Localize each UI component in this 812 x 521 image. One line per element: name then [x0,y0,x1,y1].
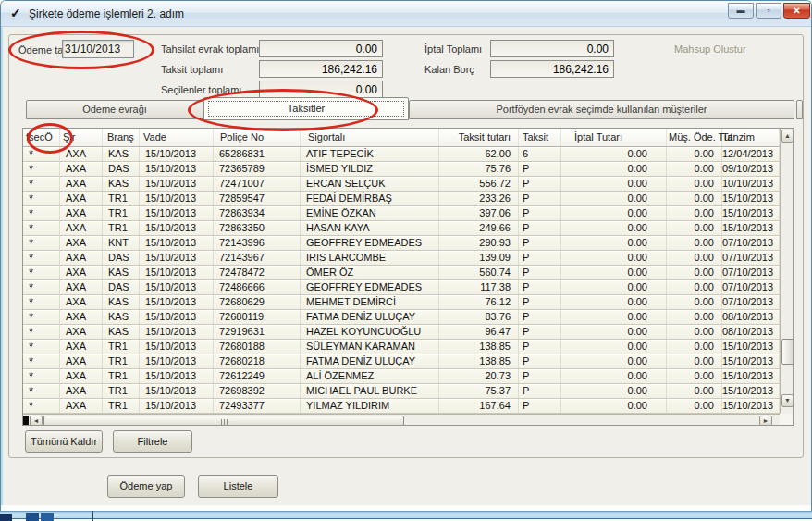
cell-Poliçe No: 72143996 [214,236,301,250]
cell-Vade: 15/10/2013 [140,162,214,176]
table-row[interactable]: *AXAKAS15/10/201372478472ÖMER ÖZ560.74P0… [23,266,780,280]
taksit-toplami-label: Taksit toplamı [161,64,223,75]
cell-Şir: AXA [60,369,103,383]
header-cell-5[interactable]: Sigortalı [301,129,439,146]
cell-İptal Tutarı: 0.00 [561,399,667,413]
header-cell-3[interactable]: Vade [140,129,214,146]
tab-odeme-evragi[interactable]: Ödeme evrağı [26,100,203,119]
cell-Şir: AXA [60,162,103,176]
header-cell-4[interactable]: Poliçe No [214,129,301,146]
horizontal-scrollbar[interactable]: ◄ ► [23,414,780,426]
cell-İptal Tutarı: 0.00 [561,266,667,279]
table-row[interactable]: *AXATR115/10/201372859547FEDAİ DEMİRBAŞ2… [23,192,780,206]
table-row[interactable]: *AXATR115/10/201372680188SÜLEYMAN KARAMA… [23,340,780,354]
cell-Sigortalı: ÖMER ÖZ [301,266,439,279]
cell-Tanzim: 15/10/2013 [722,399,780,413]
cell-Poliçe No: 72919631 [214,325,301,339]
table-row[interactable]: *AXATR115/10/201372863350HASAN KAYA249.6… [23,221,780,236]
header-cell-8[interactable]: İptal Tutarı [561,129,667,146]
cell-İptal Tutarı: 0.00 [561,221,667,235]
cell-Şir: AXA [60,266,103,279]
cell-Vade: 15/10/2013 [140,221,214,235]
horizontal-scroll-thumb[interactable] [43,416,404,426]
scroll-right-icon[interactable]: ► [759,416,772,426]
cell-Taksit tutarı: 139.09 [439,251,519,265]
tab-portfoy-musteriler[interactable]: Portföyden evrak seçimde kullanılan müşt… [409,100,794,119]
header-cell-2[interactable]: Branş [103,129,140,146]
header-cell-6[interactable]: Taksit tutarı [439,129,519,146]
cell-Taksit tutarı: 96.47 [439,325,519,339]
vertical-scrollbar[interactable]: ▲ ▼ [780,129,794,425]
scroll-left-icon[interactable]: ◄ [30,416,43,426]
cell-Şir: AXA [60,221,103,235]
header-cell-0[interactable]: fsecÖ [23,129,60,146]
header-cell-10[interactable]: Tanzim [722,129,780,146]
cell-Şir: AXA [60,177,103,191]
table-row[interactable]: *AXAKNT15/10/201372143996GEOFFREY EDMEAD… [23,236,780,251]
cell-Tanzim: 08/10/2013 [722,325,780,339]
table-body: *AXAKAS15/10/201365286831ATIF TEPECİK62.… [23,147,780,414]
window-bottom-frame [0,511,812,519]
list-button[interactable]: Listele [198,475,278,498]
filter-button[interactable]: Filtrele [113,430,192,453]
table-row[interactable]: *AXATR115/10/201372863934EMİNE ÖZKAN397.… [23,206,780,221]
cell-Branş: TR1 [103,340,140,354]
cell-Tanzim: 15/10/2013 [722,384,780,398]
tab-taksitler[interactable]: Taksitler [203,97,409,120]
cell-Taksit tutarı: 117.38 [439,280,519,294]
scroll-up-icon[interactable]: ▲ [781,130,794,143]
remove-all-button[interactable]: Tümünü Kaldır [25,430,103,453]
cell-Vade: 15/10/2013 [140,251,214,265]
cell-Taksit: P [519,177,561,191]
table-row[interactable]: *AXAKAS15/10/201372471007ERCAN SELÇUK556… [23,177,780,192]
table-row[interactable]: *AXAKAS15/10/201372680629MEHMET DEMİRCİ7… [23,295,780,310]
cell-fsecÖ: * [23,177,60,191]
cell-Tanzim: 15/10/2013 [722,206,780,220]
cell-Şir: AXA [60,384,103,398]
cell-Taksit tutarı: 167.64 [439,399,519,413]
cell-Şir: AXA [60,192,103,205]
close-button[interactable]: ✕ [783,3,810,19]
cell-Branş: KNT [103,236,140,250]
minimize-button[interactable]: ▬ [728,3,754,19]
vertical-scroll-thumb[interactable] [781,339,794,365]
cell-Poliçe No: 72680119 [214,310,301,324]
cell-Sigortalı: FATMA DENİZ ULUÇAY [301,310,439,324]
cell-Müş. Öde. Tut: 0.00 [667,354,722,368]
main-groupbox: Ödeme tarihi Tahsilat evrak toplamı 0.00… [8,34,804,458]
cell-Tanzim: 10/10/2013 [722,177,780,191]
pay-button[interactable]: Ödeme yap [107,475,185,498]
table-row[interactable]: *AXATR115/10/201372698392MICHAEL PAUL BU… [23,384,780,399]
table-row[interactable]: *AXADAS15/10/201372143967IRIS LARCOMBE13… [23,251,780,266]
cell-Tanzim: 12/04/2013 [722,147,780,161]
maximize-button[interactable]: ▫ [756,3,781,19]
cell-Tanzim: 08/10/2013 [722,310,780,324]
cell-Şir: AXA [60,295,103,309]
cell-Tanzim: 07/10/2013 [722,236,780,250]
table-row[interactable]: *AXATR115/10/201372493377YILMAZ YILDIRIM… [23,399,780,414]
cell-fsecÖ: * [23,162,60,176]
payment-date-input[interactable] [62,40,134,58]
cell-Taksit: 6 [519,147,561,161]
secilenler-toplami-value: 0.00 [259,81,383,98]
cell-Sigortalı: YILMAZ YILDIRIM [301,399,439,413]
cell-Poliçe No: 72680188 [214,340,301,354]
tab-strip-spacer [796,100,803,119]
table-row[interactable]: *AXAKAS15/10/201365286831ATIF TEPECİK62.… [23,147,780,162]
cell-İptal Tutarı: 0.00 [561,310,667,324]
header-cell-7[interactable]: Taksit [519,129,561,146]
header-cell-9[interactable]: Müş. Öde. Tut [667,129,722,146]
cell-Poliçe No: 72365789 [214,162,301,176]
cell-Taksit tutarı: 83.76 [439,310,519,324]
table-row[interactable]: *AXADAS15/10/201372365789İSMED YILDIZ75.… [23,162,780,177]
table-row[interactable]: *AXAKAS15/10/201372919631HAZEL KOYUNCUOĞ… [23,325,780,340]
cell-Poliçe No: 72680218 [214,354,301,368]
scrollbar-corner [780,414,794,426]
table-row[interactable]: *AXAKAS15/10/201372680119FATMA DENİZ ULU… [23,310,780,325]
table-row[interactable]: *AXATR115/10/201372612249ALİ ÖZENMEZ20.7… [23,369,780,384]
table-row[interactable]: *AXADAS15/10/201372486666GEOFFREY EDMEAD… [23,280,780,295]
table-row[interactable]: *AXATR115/10/201372680218FATMA DENİZ ULU… [23,354,780,369]
cell-Sigortalı: EMİNE ÖZKAN [301,206,439,220]
header-cell-1[interactable]: Şir [60,129,103,146]
scroll-down-icon[interactable]: ▼ [781,394,794,407]
